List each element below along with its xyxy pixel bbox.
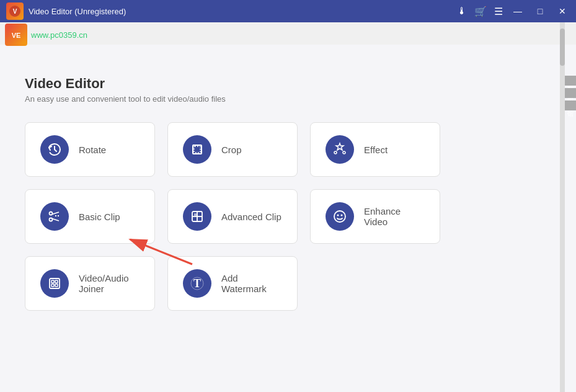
add-watermark-label2: Watermark <box>221 283 267 294</box>
enhance-video-label: Enhance <box>364 206 401 216</box>
main-content: Video Editor An easy use and convenient … <box>0 45 576 392</box>
titlebar-title: Video Editor (Unregistered) <box>29 7 126 16</box>
maximize-button[interactable]: □ <box>533 4 547 19</box>
svg-point-8 <box>334 151 337 154</box>
enhance-video-label2: Video <box>364 216 401 227</box>
right-tab-1[interactable]: 翻 <box>565 76 576 86</box>
tool-card-enhance-video[interactable]: Enhance Video <box>310 189 440 244</box>
tool-card-add-watermark[interactable]: T Add Watermark <box>167 256 298 311</box>
titlebar-left: V Video Editor (Unregistered) <box>6 2 126 20</box>
svg-point-21 <box>341 215 343 216</box>
crop-icon-circle <box>183 135 211 164</box>
svg-rect-24 <box>55 280 58 283</box>
video-audio-joiner-label2: Joiner <box>79 283 129 294</box>
tool-card-rotate[interactable]: Rotate <box>25 122 155 177</box>
crop-label: Crop <box>221 145 242 155</box>
right-panel: 翻 图 馆 <box>565 76 576 110</box>
svg-rect-18 <box>194 213 197 216</box>
rotate-label: Rotate <box>79 145 106 155</box>
menu-icon[interactable]: ☰ <box>494 6 503 17</box>
cart-icon[interactable]: 🛒 <box>474 6 487 17</box>
video-audio-joiner-icon-circle <box>40 269 69 298</box>
tool-card-advanced-clip[interactable]: Advanced Clip <box>167 189 298 244</box>
page-title: Video Editor <box>25 76 551 92</box>
thermometer-icon[interactable]: 🌡 <box>457 6 467 17</box>
titlebar: V Video Editor (Unregistered) 🌡 🛒 ☰ — □ … <box>0 0 576 22</box>
basic-clip-label: Basic Clip <box>79 212 120 222</box>
svg-rect-26 <box>55 284 58 287</box>
svg-line-12 <box>52 212 59 215</box>
tool-card-crop[interactable]: Crop <box>167 122 298 177</box>
svg-text:V: V <box>13 8 17 15</box>
watermark-logo: VE <box>5 24 27 46</box>
titlebar-controls: 🌡 🛒 ☰ — □ ✕ <box>457 4 570 19</box>
scrollbar-track[interactable] <box>560 22 565 392</box>
tools-grid: Rotate Crop <box>25 122 459 311</box>
watermark: VE www.pc0359.cn <box>0 22 92 47</box>
right-tab-3[interactable]: 馆 <box>565 100 576 110</box>
advanced-clip-icon-circle <box>183 202 211 231</box>
svg-point-10 <box>50 212 53 215</box>
scrollbar-thumb[interactable] <box>560 29 565 66</box>
enhance-video-icon-circle <box>326 202 354 231</box>
tool-card-basic-clip[interactable]: Basic Clip <box>25 189 155 244</box>
svg-line-13 <box>52 219 59 221</box>
effect-icon-circle <box>326 135 354 164</box>
add-watermark-label: Add <box>221 273 267 283</box>
svg-point-11 <box>50 218 53 221</box>
advanced-clip-label: Advanced Clip <box>221 212 281 222</box>
right-tab-2[interactable]: 图 <box>565 88 576 98</box>
tool-card-video-audio-joiner[interactable]: Video/Audio Joiner <box>25 256 155 311</box>
effect-label: Effect <box>364 145 388 155</box>
add-watermark-icon-circle: T <box>183 269 211 298</box>
svg-rect-22 <box>50 278 60 288</box>
svg-point-9 <box>343 151 345 154</box>
svg-point-19 <box>334 211 345 222</box>
basic-clip-icon-circle <box>40 202 69 231</box>
svg-rect-25 <box>51 284 54 287</box>
svg-point-20 <box>337 215 339 216</box>
svg-text:VE: VE <box>12 32 21 39</box>
watermark-url: www.pc0359.cn <box>31 30 87 40</box>
rotate-icon-circle <box>40 135 69 164</box>
minimize-button[interactable]: — <box>510 4 525 19</box>
svg-rect-23 <box>51 280 54 283</box>
app-logo: V <box>6 2 24 20</box>
svg-rect-7 <box>194 146 200 153</box>
video-audio-joiner-label: Video/Audio <box>79 273 129 283</box>
tool-card-effect[interactable]: Effect <box>310 122 440 177</box>
svg-text:T: T <box>193 277 201 290</box>
close-button[interactable]: ✕ <box>555 4 570 19</box>
page-subtitle: An easy use and convenient tool to edit … <box>25 94 551 104</box>
